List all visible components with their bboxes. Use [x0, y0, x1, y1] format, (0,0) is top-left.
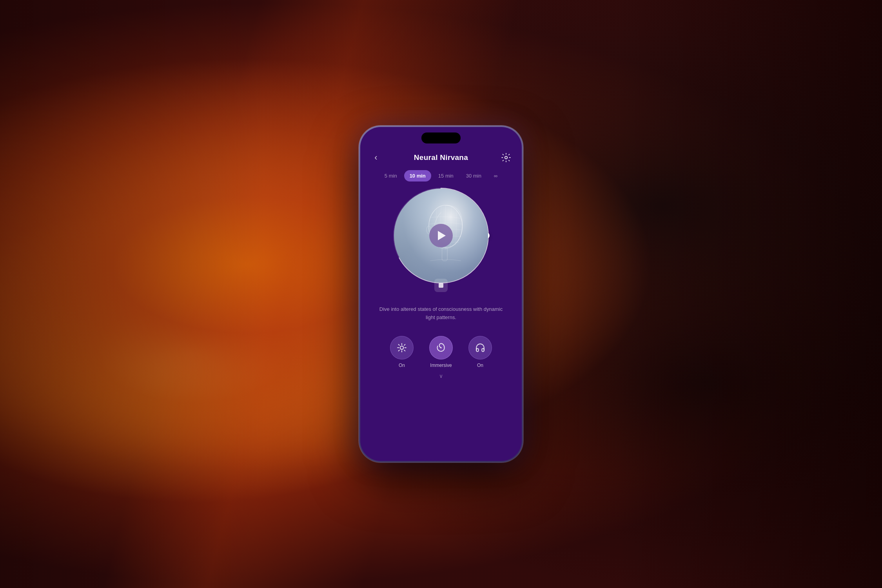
chevron-down-icon[interactable]: ∨	[439, 373, 443, 379]
spiral-icon	[436, 343, 446, 353]
control-headphones[interactable]: On	[468, 336, 492, 368]
play-overlay	[394, 189, 488, 283]
headphones-label: On	[477, 363, 483, 368]
gear-icon	[501, 152, 511, 163]
headphones-icon-circle	[468, 336, 492, 359]
description-text: Dive into altered states of consciousnes…	[376, 305, 506, 322]
circle-container	[394, 189, 488, 283]
time-option-30min[interactable]: 30 min	[461, 170, 487, 181]
stop-icon	[439, 283, 443, 288]
phone-outer: 9:41 ‹ Neural Nirvana 5 min 10 min 15 mi…	[359, 125, 523, 463]
settings-button[interactable]	[500, 151, 512, 164]
svg-line-11	[404, 350, 405, 351]
svg-point-16	[440, 347, 441, 348]
description-section: Dive into altered states of consciousnes…	[360, 302, 522, 330]
time-option-5min[interactable]: 5 min	[379, 170, 403, 181]
svg-point-0	[505, 156, 508, 159]
svg-line-10	[399, 344, 399, 345]
svg-line-14	[399, 350, 399, 351]
time-option-10min[interactable]: 10 min	[404, 170, 431, 181]
light-label: On	[399, 363, 405, 368]
circle-visual	[394, 189, 488, 283]
svg-line-15	[404, 344, 405, 345]
page-title: Neural Nirvana	[414, 153, 468, 162]
time-option-infinite[interactable]: ∞	[488, 170, 503, 181]
immersive-icon-circle	[429, 336, 453, 359]
header: ‹ Neural Nirvana	[360, 148, 522, 170]
light-icon-circle	[390, 336, 414, 359]
visualizer-area	[360, 189, 522, 302]
time-option-15min[interactable]: 15 min	[433, 170, 459, 181]
control-light[interactable]: On	[390, 336, 414, 368]
phone-screen: 9:41 ‹ Neural Nirvana 5 min 10 min 15 mi…	[360, 127, 522, 461]
light-burst-icon	[397, 343, 407, 353]
dynamic-island	[421, 132, 461, 143]
control-immersive[interactable]: Immersive	[429, 336, 453, 368]
play-button[interactable]	[429, 224, 453, 247]
svg-point-7	[400, 346, 404, 349]
controls-row: On Immersive	[360, 330, 522, 371]
chevron-down-row: ∨	[360, 371, 522, 384]
headphones-icon	[475, 343, 485, 353]
back-button[interactable]: ‹	[370, 151, 382, 164]
play-icon	[438, 231, 446, 240]
phone-wrapper: 9:41 ‹ Neural Nirvana 5 min 10 min 15 mi…	[359, 125, 523, 463]
immersive-label: Immersive	[430, 363, 452, 368]
